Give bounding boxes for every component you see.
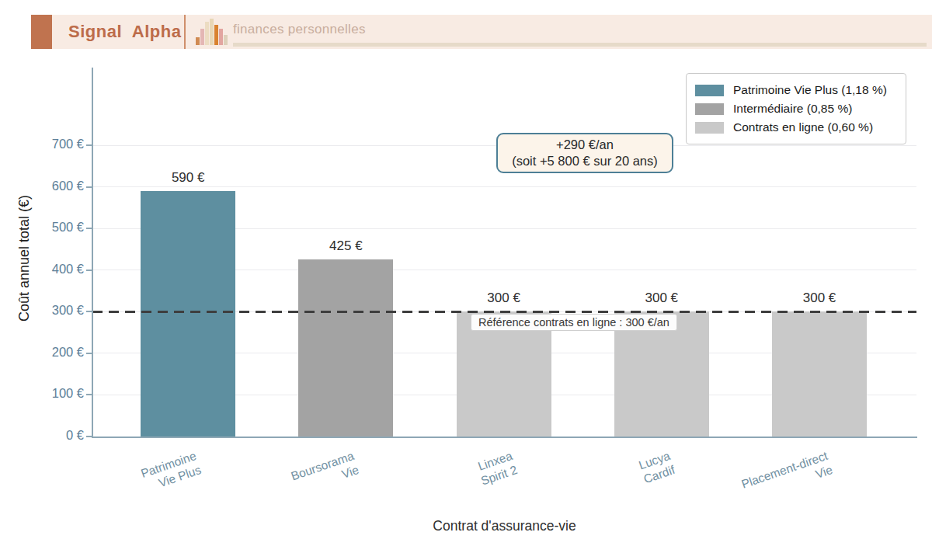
y-tick-mark <box>86 394 92 395</box>
y-tick-mark <box>86 186 92 188</box>
legend: Patrimoine Vie Plus (1,18 %)Intermédiair… <box>686 73 906 144</box>
y-tick-mark <box>86 144 92 146</box>
x-tick-label: Linxea Spirit 2 <box>384 448 519 519</box>
annotation-box: +290 €/an (soit +5 800 € sur 20 ans) <box>496 133 673 173</box>
y-tick-mark <box>86 436 92 437</box>
y-tick-label: 100 € <box>22 386 84 401</box>
reference-dashed-line <box>92 311 916 313</box>
y-tick-label: 600 € <box>22 179 84 193</box>
annotation-line1: +290 €/an <box>503 137 667 153</box>
y-tick-label: 200 € <box>22 345 84 360</box>
y-tick-label: 300 € <box>22 303 84 318</box>
page: Signal Alpha finances personnelles Coût … <box>0 0 932 560</box>
y-tick-mark <box>86 228 92 229</box>
y-tick-label: 0 € <box>22 428 84 443</box>
legend-swatch <box>695 85 724 96</box>
legend-row: Contrats en ligne (0,60 %) <box>695 119 897 136</box>
header-divider <box>184 15 186 49</box>
bar-value-label: 425 € <box>287 238 404 254</box>
y-tick-mark <box>86 270 92 271</box>
bar <box>298 259 393 437</box>
legend-label: Intermédiaire (0,85 %) <box>733 102 852 116</box>
x-tick-label: Placement-direct Vie <box>700 448 834 519</box>
y-tick-label: 700 € <box>22 137 84 151</box>
y-axis-title: Coût annuel total (€) <box>16 142 33 375</box>
legend-row: Patrimoine Vie Plus (1,18 %) <box>695 82 897 99</box>
legend-row: Intermédiaire (0,85 %) <box>695 100 897 117</box>
legend-swatch <box>695 103 724 115</box>
legend-label: Patrimoine Vie Plus (1,18 %) <box>733 83 887 97</box>
bar-value-label: 300 € <box>603 290 720 306</box>
brand-title: Signal Alpha <box>68 15 181 49</box>
bar-value-label: 300 € <box>446 290 562 306</box>
bar <box>141 191 235 437</box>
bar-chart-logo-icon <box>194 17 231 45</box>
x-axis-title: Contrat d'assurance-vie <box>92 518 916 534</box>
gridline <box>92 186 916 187</box>
y-axis-line <box>92 68 93 438</box>
app-header: Signal Alpha finances personnelles <box>31 15 932 49</box>
reference-line-label: Référence contrats en ligne : 300 €/an <box>471 314 677 331</box>
x-axis-line <box>92 437 917 438</box>
bar-value-label: 300 € <box>761 290 878 306</box>
x-tick-label: Boursorama Vie <box>227 448 361 519</box>
y-tick-label: 500 € <box>22 220 84 235</box>
bar <box>772 311 867 437</box>
legend-swatch <box>695 122 724 134</box>
y-tick-mark <box>86 353 92 354</box>
x-tick-label: Lucya Cardif <box>542 448 676 519</box>
y-tick-mark <box>86 311 92 312</box>
brand-accent-block <box>31 15 52 49</box>
annotation-line2: (soit +5 800 € sur 20 ans) <box>503 153 667 169</box>
tagline-underline <box>233 43 927 47</box>
legend-label: Contrats en ligne (0,60 %) <box>733 120 873 134</box>
y-tick-label: 400 € <box>22 262 84 277</box>
x-tick-label: Patrimoine Vie Plus <box>68 448 203 519</box>
header-tagline: finances personnelles <box>233 22 366 37</box>
bar-value-label: 590 € <box>130 170 246 186</box>
